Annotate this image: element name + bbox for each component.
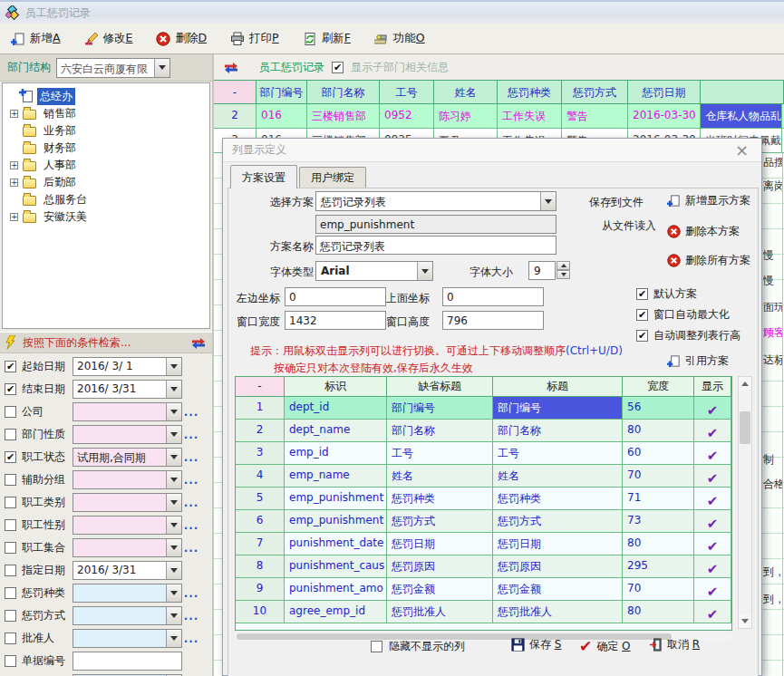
reference-plan-button[interactable]: 引用方案	[667, 353, 729, 369]
scroll-up-icon[interactable]	[739, 377, 751, 391]
spin-down-icon[interactable]	[557, 270, 570, 279]
combo-arrow-icon[interactable]	[154, 59, 169, 77]
grid-vertical-scrollbar[interactable]	[738, 376, 752, 629]
filter-combo[interactable]	[73, 425, 182, 444]
grid-row[interactable]: 7 punishment_date 惩罚日期 惩罚日期 80 ✔	[236, 533, 731, 555]
filter-combo[interactable]	[73, 538, 182, 557]
grid-show-check[interactable]: ✔	[694, 465, 731, 488]
add-button[interactable]: 新增A	[5, 28, 66, 49]
grid-show-check[interactable]: ✔	[694, 578, 731, 601]
scroll-down-icon[interactable]	[739, 614, 751, 628]
filter-combo[interactable]	[73, 629, 182, 648]
grid-title-cell[interactable]: 惩罚方式	[493, 510, 623, 533]
tab-user-binding[interactable]: 用户绑定	[299, 167, 366, 188]
combo-arrow-icon[interactable]	[166, 358, 181, 375]
tree-item[interactable]: 总经办	[8, 88, 209, 105]
filter-checkbox[interactable]: ✔	[5, 451, 16, 463]
more-button[interactable]: ...	[182, 633, 200, 645]
default-plan-checkbox[interactable]: ✔	[636, 288, 648, 300]
tree-item[interactable]: 财务部	[8, 140, 209, 157]
save-to-file-button[interactable]: 保存到文件	[589, 195, 644, 210]
hide-columns-checkbox[interactable]	[371, 641, 382, 652]
column-header[interactable]: 部门名称	[307, 80, 380, 104]
grid-show-check[interactable]: ✔	[694, 510, 731, 533]
combo-arrow-icon[interactable]	[166, 607, 181, 624]
close-icon[interactable]: ×	[731, 143, 752, 158]
print-button[interactable]: 打印P	[225, 28, 285, 49]
font-size-stepper[interactable]: 9	[528, 261, 570, 280]
delete-plan-button[interactable]: 删除本方案	[667, 224, 740, 239]
grid-title-cell[interactable]: 部门名称	[493, 420, 623, 442]
more-button[interactable]: ...	[182, 406, 200, 419]
window-width-input[interactable]: 1432	[285, 311, 386, 330]
filter-checkbox[interactable]	[5, 474, 16, 486]
grid-show-check[interactable]: ✔	[694, 420, 731, 442]
company-combo[interactable]: 六安白云商厦有限	[56, 58, 170, 78]
column-header[interactable]: 部门编号	[256, 80, 307, 104]
delete-button[interactable]: 删除D	[150, 28, 212, 49]
read-from-file-button[interactable]: 从文件读入	[602, 218, 656, 234]
combo-arrow-icon[interactable]	[166, 403, 181, 420]
more-button[interactable]: ...	[182, 587, 200, 600]
grid-row[interactable]: 5 emp_punishment 惩罚种类 惩罚种类 71 ✔	[236, 488, 731, 510]
combo-arrow-icon[interactable]	[166, 426, 181, 443]
tree-item[interactable]: + 后勤部	[8, 174, 209, 191]
tree-expander[interactable]: +	[10, 110, 18, 118]
grid-column-header[interactable]: 标题	[493, 377, 623, 397]
grid-row[interactable]: 4 emp_name 姓名 姓名 70 ✔	[236, 465, 731, 488]
grid-title-cell[interactable]: 姓名	[493, 465, 623, 488]
filter-checkbox[interactable]: ✔	[5, 361, 16, 372]
swap-icon[interactable]	[190, 337, 207, 349]
column-header[interactable]: 惩罚种类	[498, 80, 562, 104]
tree-item[interactable]: 总服务台	[8, 191, 209, 208]
grid-column-header[interactable]: 标识	[285, 377, 387, 397]
combo-arrow-icon[interactable]	[166, 381, 181, 398]
filter-combo[interactable]: 试用期,合同期	[73, 448, 182, 467]
combo-arrow-icon[interactable]	[166, 630, 181, 647]
tree-expander[interactable]: +	[10, 213, 18, 221]
grid-title-cell[interactable]: 惩罚日期	[493, 533, 623, 555]
combo-arrow-icon[interactable]	[166, 494, 181, 511]
combo-arrow-icon[interactable]	[166, 562, 181, 579]
combo-arrow-icon[interactable]	[166, 471, 181, 488]
auto-maximize-checkbox[interactable]: ✔	[636, 309, 648, 321]
grid-column-header[interactable]: 缺省标题	[387, 377, 493, 397]
column-header[interactable]: 姓名	[434, 80, 498, 104]
filter-checkbox[interactable]	[5, 655, 16, 667]
grid-title-cell[interactable]: 工号	[493, 442, 623, 465]
spin-up-icon[interactable]	[557, 261, 570, 270]
tree-item[interactable]: 业务部	[8, 122, 209, 140]
add-plan-button[interactable]: 新增显示方案	[667, 193, 750, 208]
grid-show-check[interactable]: ✔	[694, 488, 731, 510]
combo-arrow-icon[interactable]	[540, 192, 556, 210]
auto-row-height-checkbox[interactable]: ✔	[636, 330, 648, 342]
filter-checkbox[interactable]	[5, 497, 16, 508]
grid-show-check[interactable]: ✔	[694, 533, 731, 555]
filter-checkbox[interactable]	[5, 610, 16, 622]
grid-column-header[interactable]: 宽度	[623, 377, 694, 397]
refresh-button[interactable]: 刷新F	[297, 28, 356, 49]
more-button[interactable]: ...	[182, 542, 200, 555]
plan-id-field[interactable]: emp_punishment	[315, 215, 557, 234]
save-button[interactable]: 保存 S	[511, 637, 561, 652]
grid-row[interactable]: 1 dept_id 部门编号 部门编号 56 ✔	[236, 397, 731, 420]
plan-name-input[interactable]: 惩罚记录列表	[315, 236, 557, 255]
filter-combo[interactable]	[73, 493, 182, 512]
tree-item[interactable]: + 人事部	[8, 157, 209, 174]
font-type-combo[interactable]: Arial	[315, 261, 433, 281]
grid-title-cell[interactable]: 惩罚批准人	[493, 601, 623, 623]
select-plan-combo[interactable]: 惩罚记录列表	[315, 191, 557, 211]
filter-checkbox[interactable]	[5, 429, 16, 440]
more-button[interactable]: ...	[182, 474, 200, 487]
grid-column-header[interactable]: -	[236, 377, 285, 397]
grid-show-check[interactable]: ✔	[694, 601, 731, 623]
filter-combo[interactable]	[73, 402, 182, 421]
column-header[interactable]: 惩罚方式	[562, 80, 628, 104]
more-button[interactable]: ...	[182, 429, 200, 441]
scrollbar-thumb[interactable]	[740, 411, 750, 444]
grid-show-check[interactable]: ✔	[694, 397, 731, 420]
more-button[interactable]: ...	[182, 451, 200, 464]
filter-combo[interactable]	[73, 606, 182, 625]
more-button[interactable]: ...	[182, 610, 200, 623]
filter-checkbox[interactable]: ✔	[5, 383, 16, 395]
